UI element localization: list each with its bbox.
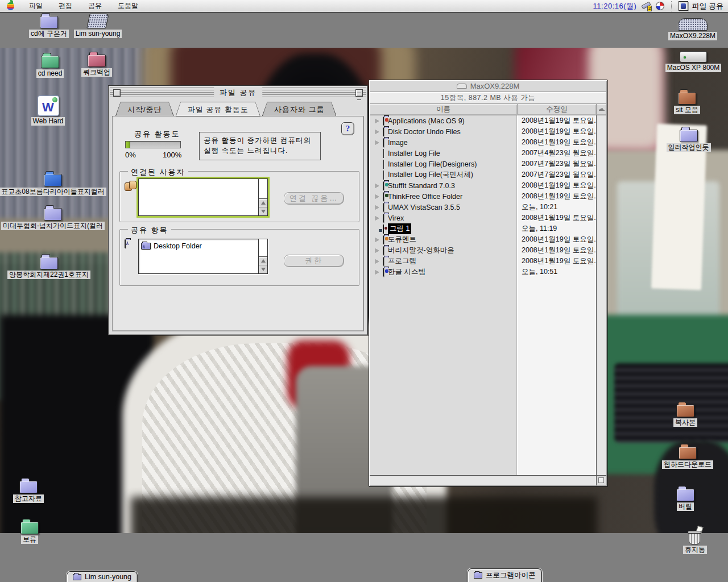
file-sharing-dialog: 파일 공유 시작/중단 파일 공유 활동도 사용자와 그룹 ? 공유 활동도 0…: [108, 85, 368, 335]
apple-menu-icon[interactable]: [7, 2, 14, 10]
active-application-menu[interactable]: 파일 공유: [679, 1, 723, 11]
disclosure-triangle-icon[interactable]: [375, 119, 379, 123]
file-row[interactable]: 한글 시스템 오늘, 10:51: [370, 267, 596, 277]
file-row[interactable]: 버리지말것-영화마을 2008년1월19일 토요일.: [370, 245, 596, 256]
desktop-icon-maxox9-disk[interactable]: MaxOX9.228M: [661, 18, 724, 40]
file-row[interactable]: UMAX VistaScan 3.5.5 오늘, 10:21: [370, 202, 596, 213]
folder-icon: [41, 56, 59, 68]
file-name: 그림 1: [388, 223, 411, 234]
desktop-icon-beoril[interactable]: 버릴: [664, 489, 706, 511]
disclosure-triangle-icon[interactable]: [375, 194, 379, 199]
column-header-date[interactable]: 수정일: [517, 104, 596, 115]
menu-help[interactable]: 도움말: [111, 0, 145, 12]
desktop-icon-web-hard[interactable]: W Web Hard: [24, 95, 72, 126]
disclosure-triangle-icon[interactable]: [375, 270, 379, 275]
list-scrollbar[interactable]: [258, 179, 267, 215]
list-scrollbar[interactable]: [258, 239, 267, 273]
scroll-down-icon[interactable]: [259, 207, 267, 215]
finder-column-headers: 이름 수정일: [370, 104, 606, 115]
scroll-up-icon[interactable]: [259, 256, 267, 265]
disclosure-triangle-icon[interactable]: [375, 259, 379, 264]
popup-tab-program-icons[interactable]: 프로그램아이콘: [468, 568, 542, 582]
tab-users-groups[interactable]: 사용자와 그룹: [262, 102, 337, 116]
desktop-icon-illust-work[interactable]: 일러작업인듯: [659, 130, 718, 152]
file-row[interactable]: Installer Log File 2007년4월23일 월요일.: [370, 148, 596, 159]
file-icon: [383, 225, 384, 233]
shared-items-group: 공유 항목 Desktop Folder 권한: [119, 229, 359, 286]
file-row[interactable]: Disk Doctor Undo Files 2008년1월19일 토요일.: [370, 126, 596, 137]
disclosure-triangle-icon[interactable]: [375, 130, 379, 134]
desktop-icon-webhard-download[interactable]: 웹하드다운로드: [653, 447, 722, 469]
collapse-box-icon[interactable]: [355, 89, 363, 97]
disclosure-triangle-icon[interactable]: [375, 140, 379, 145]
folder-icon: [20, 522, 39, 534]
menu-share[interactable]: 공유: [81, 0, 109, 12]
folder-icon: [44, 174, 62, 186]
menu-file[interactable]: 파일: [22, 0, 49, 12]
desktop-icon-copy[interactable]: 복사본: [661, 405, 710, 427]
popup-tab-lim-sun-young[interactable]: Lim sun-young: [67, 571, 138, 582]
connected-users-list[interactable]: [138, 178, 268, 216]
file-row[interactable]: Applications (Mac OS 9) 2008년1월19일 토요일.: [370, 115, 596, 126]
finder-horizontal-scrollbar[interactable]: [370, 475, 596, 485]
desktop-icon-trash[interactable]: 휴지통: [672, 527, 718, 554]
file-row[interactable]: 그림 1 오늘, 11:19: [370, 223, 596, 234]
folder-icon: [676, 405, 694, 417]
desktop-icon-cd-burn[interactable]: cd에 구은거: [23, 16, 75, 38]
dialog-titlebar[interactable]: 파일 공유: [110, 87, 366, 98]
tab-panel-activity: ? 공유 활동도 0% 100% 공유 활동이 증가하면 컴퓨터의 실행 속도는…: [112, 116, 364, 331]
file-row[interactable]: Virex 2008년1월19일 토요일.: [370, 213, 596, 223]
help-button[interactable]: ?: [341, 122, 354, 135]
desktop-icon-chamgo[interactable]: 참고자료: [3, 481, 53, 503]
desktop-icon-macos-xp-disk[interactable]: MacOS XP 800M: [661, 51, 725, 72]
disclosure-triangle-icon[interactable]: [375, 248, 379, 253]
shared-item-row[interactable]: Desktop Folder: [141, 241, 256, 251]
scroll-up-icon[interactable]: [259, 198, 267, 207]
file-row[interactable]: Image 2008년1월19일 토요일.: [370, 137, 596, 148]
file-row[interactable]: 프로그램 2008년1월19일 토요일.: [370, 256, 596, 267]
folder-icon: [474, 572, 482, 579]
disclosure-triangle-icon[interactable]: [375, 216, 379, 221]
file-row[interactable]: StuffIt Standard 7.0.3 2008년1월19일 토요일.: [370, 180, 596, 191]
desktop-icon-lim-sun-young[interactable]: Lim sun-young: [69, 14, 126, 38]
dialog-title: 파일 공유: [214, 88, 263, 98]
trash-full-icon: [688, 527, 702, 544]
menu-clock[interactable]: 11:20:16(월): [593, 1, 637, 11]
scroll-down-icon[interactable]: [259, 265, 267, 273]
icon-label: 일러작업인듯: [667, 143, 711, 152]
desktop-icon-quark-backup[interactable]: 쿼크백업: [74, 55, 119, 77]
finder-titlebar[interactable]: MaxOX9.228M: [370, 81, 606, 92]
desktop-icon-cd-need[interactable]: cd need: [27, 56, 73, 78]
desktop-icon-midae-cover[interactable]: 미대두협회-넙치가이드표지(컬러: [0, 208, 106, 230]
column-header-name[interactable]: 이름: [370, 104, 517, 115]
desktop-icon-sit-collection[interactable]: sit 모음: [664, 92, 710, 114]
disconnect-button[interactable]: 연결 끊음…: [284, 192, 344, 205]
disclosure-triangle-icon[interactable]: [375, 205, 379, 210]
disclosure-triangle-icon[interactable]: [375, 184, 379, 188]
shared-items-list[interactable]: Desktop Folder: [138, 239, 268, 274]
finder-resize-handle[interactable]: [596, 475, 606, 485]
file-row[interactable]: Installer Log File(Designers) 2007년7월23일…: [370, 159, 596, 169]
desktop-icon-pyogyo-cover[interactable]: 표교초08보름다리아이들표지컬러: [0, 174, 106, 196]
disclosure-triangle-icon[interactable]: [375, 238, 379, 242]
close-box-icon[interactable]: [113, 89, 121, 97]
sort-order-icon[interactable]: [596, 104, 606, 115]
pencil-input-method-icon[interactable]: [641, 2, 651, 10]
tab-activity-monitor[interactable]: 파일 공유 활동도: [176, 102, 260, 117]
application-switcher-icon[interactable]: [656, 2, 664, 10]
open-folder-icon: [86, 14, 109, 28]
file-modified-date: 2008년1월19일 토요일.: [522, 116, 596, 126]
desktop-icon-yangbong-cover[interactable]: 양봉학회지제22권1호표지: [0, 257, 98, 279]
menu-edit[interactable]: 편집: [52, 0, 79, 12]
finder-window-maxox9: MaxOX9.228M 15항목, 887.2 MB 사용 가능 이름 수정일 …: [369, 80, 607, 487]
file-row[interactable]: ThinkFree Office Folder 2008년1월19일 토요일.: [370, 191, 596, 202]
file-modified-date: 2008년1월19일 토요일.: [522, 213, 596, 223]
file-modified-date: 2007년7월23일 월요일.: [522, 159, 596, 169]
file-row[interactable]: Installer Log File(국민서체) 2007년7월23일 월요일.: [370, 169, 596, 180]
file-row[interactable]: 도큐멘트 2008년1월19일 토요일.: [370, 234, 596, 245]
privileges-button[interactable]: 권한: [284, 255, 344, 267]
file-name: 프로그램: [388, 256, 416, 266]
tab-start-stop[interactable]: 시작/중단: [115, 102, 174, 116]
desktop-icon-boryu[interactable]: 보류: [8, 522, 51, 544]
finder-vertical-scrollbar[interactable]: [596, 115, 606, 475]
